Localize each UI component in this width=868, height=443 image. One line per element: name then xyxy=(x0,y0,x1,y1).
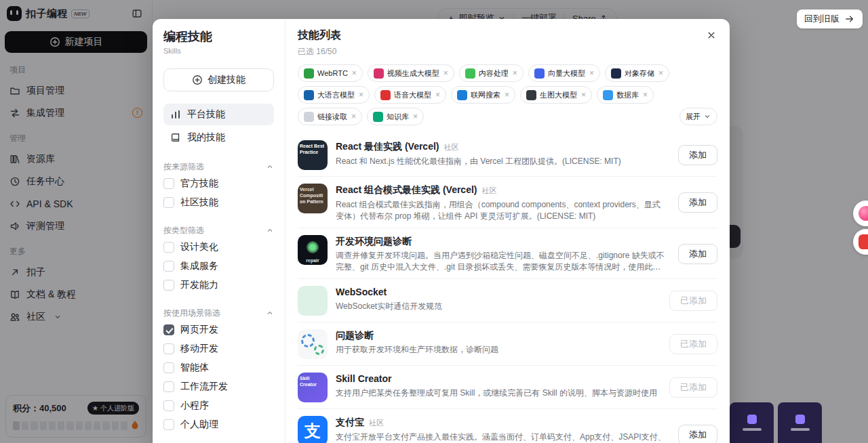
skill-description: React 组合模式最佳实践指南，用组合（compound components… xyxy=(336,199,666,222)
nav-item-label: 我的技能 xyxy=(187,131,225,144)
checkbox[interactable] xyxy=(163,419,174,430)
skill-icon-text: Vercel Composition Pattern xyxy=(298,184,328,213)
template-text xyxy=(743,428,762,431)
skill-icon: 支 xyxy=(298,416,328,443)
checkbox[interactable] xyxy=(163,178,174,189)
filter-option[interactable]: 小程序 xyxy=(163,396,274,415)
skill-title: 支付宝社区 xyxy=(336,416,666,429)
added-button[interactable]: 已添加 xyxy=(669,377,717,398)
close-modal-button[interactable] xyxy=(703,26,720,44)
checkbox[interactable] xyxy=(163,261,174,272)
filter-group-label: 按使用场景筛选 xyxy=(163,308,220,319)
filter-group-header[interactable]: 按使用场景筛选 xyxy=(163,305,274,320)
remove-tag-icon[interactable]: × xyxy=(352,68,357,78)
selected-skill-chip[interactable]: 视频生成大模型× xyxy=(368,64,454,82)
template-card[interactable] xyxy=(730,402,774,443)
filter-option[interactable]: 设计美化 xyxy=(163,238,274,257)
filter-option[interactable]: 智能体 xyxy=(163,358,274,377)
selected-skill-chip[interactable]: 向量大模型× xyxy=(528,64,600,82)
remove-tag-icon[interactable]: × xyxy=(505,90,509,100)
selected-skill-chip[interactable]: 联网搜索× xyxy=(451,86,515,104)
add-button[interactable]: 添加 xyxy=(678,145,717,165)
added-button[interactable]: 已添加 xyxy=(669,291,717,311)
checkbox[interactable] xyxy=(163,343,174,354)
remove-tag-icon[interactable]: × xyxy=(658,68,663,78)
template-card[interactable] xyxy=(778,402,822,443)
checkbox-checked[interactable] xyxy=(163,324,174,335)
chevron-up-icon xyxy=(266,226,274,234)
checkbox[interactable] xyxy=(163,400,174,411)
selected-skill-chip[interactable]: WebRTC× xyxy=(298,64,363,82)
checkbox[interactable] xyxy=(163,381,174,392)
skill-title-text: Skill Creator xyxy=(336,373,391,385)
filter-option[interactable]: 官方技能 xyxy=(163,174,274,193)
filter-option[interactable]: 移动开发 xyxy=(163,339,274,358)
selected-skill-chip[interactable]: 大语言模型× xyxy=(298,86,370,104)
added-button[interactable]: 已添加 xyxy=(669,334,717,354)
checkbox[interactable] xyxy=(163,197,174,208)
remove-tag-icon[interactable]: × xyxy=(643,90,648,100)
remove-tag-icon[interactable]: × xyxy=(351,112,356,121)
add-button[interactable]: 添加 xyxy=(678,192,717,213)
remove-tag-icon[interactable]: × xyxy=(435,90,440,100)
tag-icon xyxy=(526,90,536,100)
remove-tag-icon[interactable]: × xyxy=(443,68,448,78)
selected-skill-chip[interactable]: 内容处理× xyxy=(459,64,524,82)
tag-label: 内容处理 xyxy=(479,68,509,79)
checkbox[interactable] xyxy=(163,280,174,291)
remove-tag-icon[interactable]: × xyxy=(359,90,363,100)
filter-option[interactable]: 集成服务 xyxy=(163,257,274,276)
skill-info: WebSocketWebSocket实时通信开发规范 xyxy=(336,286,661,312)
selected-skill-chip[interactable]: 知识库× xyxy=(367,108,424,125)
create-skill-button[interactable]: 创建技能 xyxy=(163,68,274,91)
remove-tag-icon[interactable]: × xyxy=(581,90,586,100)
remove-tag-icon[interactable]: × xyxy=(413,112,418,121)
checkbox[interactable] xyxy=(163,362,174,373)
template-text xyxy=(791,428,810,431)
tag-label: 生图大模型 xyxy=(540,90,577,100)
checkbox[interactable] xyxy=(163,242,174,253)
remove-tag-icon[interactable]: × xyxy=(589,68,594,78)
skill-title: 开发环境问题诊断 xyxy=(336,235,666,247)
filter-option[interactable]: 个人助理 xyxy=(163,415,274,434)
selected-skill-chip[interactable]: 数据库× xyxy=(597,86,654,104)
filter-group-label: 按类型筛选 xyxy=(163,225,204,236)
filter-option-label: 小程序 xyxy=(180,400,209,412)
skill-community-tag: 社区 xyxy=(482,184,497,196)
skills-modal-sidebar: 编程技能 Skills 创建技能 平台技能我的技能 按来源筛选官方技能社区技能按… xyxy=(153,19,285,443)
expand-tags-button[interactable]: 展开 xyxy=(679,108,717,125)
selected-skill-chip[interactable]: 对象存储× xyxy=(605,64,669,82)
close-icon xyxy=(706,30,717,41)
filter-group-header[interactable]: 按来源筛选 xyxy=(163,159,274,174)
remove-tag-icon[interactable]: × xyxy=(513,68,517,78)
selected-skill-chip[interactable]: 链接读取× xyxy=(298,108,362,125)
mine-icon xyxy=(170,132,181,143)
skill-community-tag: 社区 xyxy=(369,417,384,429)
skill-icon: repair xyxy=(298,235,328,265)
selected-skill-chip[interactable]: 语音大模型× xyxy=(374,86,446,104)
tag-label: 知识库 xyxy=(387,112,409,122)
filter-option[interactable]: 工作流开发 xyxy=(163,377,274,396)
skill-list-item: React Best PracticeReact 最佳实践 (Vercel)社区… xyxy=(298,133,717,177)
skills-list-panel: 技能列表 已选 16/50 WebRTC×视频生成大模型×内容处理×向量大模型×… xyxy=(285,19,730,443)
skill-title-text: 开发环境问题诊断 xyxy=(336,235,412,247)
expand-label: 展开 xyxy=(686,112,701,122)
tag-icon xyxy=(304,112,314,122)
filter-option[interactable]: 网页开发 xyxy=(163,320,274,339)
skill-icon-text: React Best Practice xyxy=(298,140,328,170)
tag-icon xyxy=(603,90,613,100)
nav-item[interactable]: 平台技能 xyxy=(163,104,274,125)
skill-title-text: React 最佳实践 (Vercel) xyxy=(336,140,439,152)
selected-skill-chip[interactable]: 生图大模型× xyxy=(520,86,592,104)
filter-group-header[interactable]: 按类型筛选 xyxy=(163,223,274,238)
skill-title-text: 支付宝 xyxy=(336,416,364,428)
tag-label: 视频生成大模型 xyxy=(387,68,439,79)
filter-option[interactable]: 社区技能 xyxy=(163,193,274,212)
tag-icon xyxy=(465,68,475,79)
nav-item[interactable]: 我的技能 xyxy=(163,127,274,148)
filter-option[interactable]: 开发能力 xyxy=(163,276,274,295)
back-to-old-version-button[interactable]: 回到旧版 xyxy=(797,9,863,28)
filter-option-label: 移动开发 xyxy=(180,343,218,355)
add-button[interactable]: 添加 xyxy=(678,244,717,264)
add-button[interactable]: 添加 xyxy=(678,425,717,443)
